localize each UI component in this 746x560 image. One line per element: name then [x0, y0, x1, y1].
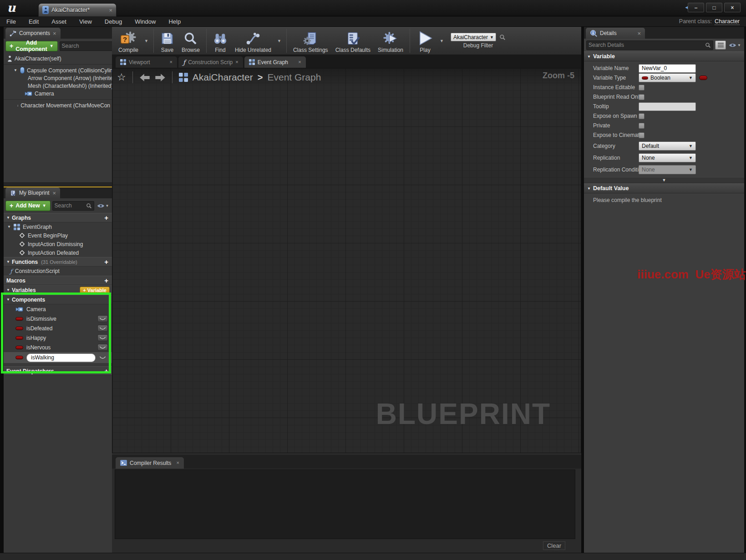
variables-components-category-header[interactable]: ▼ Components — [4, 295, 112, 304]
minimize-button[interactable]: – — [688, 3, 704, 12]
tree-item-mesh[interactable]: Mesh (CharacterMesh0) (Inherited) — [4, 82, 112, 90]
visibility-toggle-button[interactable] — [97, 344, 108, 351]
details-search-input[interactable] — [589, 42, 705, 48]
variable-name-input[interactable] — [639, 64, 696, 73]
menu-asset[interactable]: Asset — [45, 16, 73, 26]
tree-item-arrow[interactable]: Arrow Component (Arrow) (Inherite — [4, 74, 112, 82]
hide-unrelated-button[interactable]: Hide Unrelated — [231, 27, 275, 55]
event-graph-canvas[interactable]: ☆ AkaiCharacter > Event Graph Zoom -5 BL… — [112, 68, 581, 453]
compile-button[interactable]: Compile — [115, 27, 142, 55]
tab-close-icon[interactable]: × — [177, 460, 179, 465]
tree-item-capsule[interactable]: ▼ Capsule Component (CollisionCylind — [4, 66, 112, 74]
add-component-button[interactable]: + Add Component ▼ — [5, 41, 58, 51]
add-variable-button[interactable]: + Variable — [80, 287, 110, 294]
property-matrix-button[interactable] — [715, 40, 726, 50]
construction-script-item[interactable]: ƒ ConstructionScript — [4, 267, 112, 276]
replication-dropdown[interactable]: None ▼ — [639, 153, 696, 162]
variable-rename-input[interactable] — [26, 353, 96, 362]
tab-event-graph[interactable]: Event Graph × — [244, 56, 306, 68]
menu-help[interactable]: Help — [162, 16, 187, 26]
tab-compiler-results[interactable]: Compiler Results × — [116, 457, 184, 469]
add-graph-button[interactable]: + — [104, 214, 108, 221]
hide-unrelated-options-chevron-icon[interactable]: ▼ — [275, 39, 284, 43]
find-button[interactable]: Find — [209, 27, 231, 55]
expander-icon[interactable]: ▼ — [7, 225, 11, 229]
expose-to-cinematics-checkbox[interactable] — [639, 132, 645, 138]
private-checkbox[interactable] — [639, 123, 645, 129]
components-tab-close-icon[interactable]: × — [53, 30, 56, 36]
visibility-toggle-button[interactable] — [97, 325, 108, 332]
favorite-star-icon[interactable]: ☆ — [117, 71, 126, 83]
macros-section-header[interactable]: Macros + — [4, 276, 112, 285]
tab-close-icon[interactable]: × — [298, 60, 301, 65]
graphs-section-header[interactable]: ▼ Graphs + — [4, 213, 112, 222]
visibility-toggle-button[interactable] — [97, 315, 108, 322]
close-button[interactable]: × — [724, 3, 741, 12]
visibility-filter-button[interactable]: ▼ — [96, 203, 110, 208]
tab-close-icon[interactable]: × — [637, 30, 641, 36]
container-type-button[interactable] — [699, 76, 707, 80]
visibility-toggle-button[interactable] — [97, 334, 108, 341]
menu-debug[interactable]: Debug — [98, 16, 128, 26]
class-defaults-button[interactable]: Class Defaults — [332, 27, 374, 55]
event-beginplay-item[interactable]: Event BeginPlay — [4, 231, 112, 240]
debug-object-dropdown[interactable]: AkaiCharacter ▼ — [451, 33, 496, 41]
maximize-button[interactable]: □ — [706, 3, 722, 12]
functions-section-header[interactable]: ▼ Functions (31 Overridable) + — [4, 257, 112, 267]
tab-construction-script[interactable]: ƒ Construction Scrip × — [178, 56, 243, 68]
parent-class-value[interactable]: Character — [715, 18, 740, 25]
add-macro-button[interactable]: + — [104, 277, 108, 284]
forward-arrow-icon[interactable] — [155, 73, 166, 82]
advanced-expander[interactable]: ▼ — [584, 177, 744, 183]
menu-edit[interactable]: Edit — [22, 16, 45, 26]
back-arrow-icon[interactable] — [139, 73, 150, 82]
tree-item-self[interactable]: AkaiCharacter(self) — [4, 55, 112, 62]
details-view-options-button[interactable]: ▼ — [728, 43, 742, 48]
play-options-chevron-icon[interactable]: ▼ — [437, 39, 446, 43]
tab-close-icon[interactable]: × — [109, 7, 112, 13]
menu-window[interactable]: Window — [128, 16, 162, 26]
variable-ishappy[interactable]: isHappy — [4, 333, 112, 343]
tab-components[interactable]: Components × — [5, 28, 61, 39]
menu-view[interactable]: View — [73, 16, 98, 26]
default-value-section-header[interactable]: ▼ Default Value — [584, 183, 744, 193]
variable-camera[interactable]: Camera — [4, 304, 112, 314]
save-button[interactable]: Save — [157, 27, 178, 55]
tab-my-blueprint[interactable]: My Blueprint × — [5, 187, 60, 198]
panel-divider[interactable] — [4, 182, 112, 187]
my-blueprint-search-input[interactable] — [55, 202, 86, 209]
variable-section-header[interactable]: ▼ Variable — [584, 51, 744, 61]
tab-viewport[interactable]: Viewport × — [116, 56, 177, 68]
clear-button[interactable]: Clear — [543, 541, 565, 550]
asset-document-tab[interactable]: AkaiCharacter* × — [38, 3, 117, 16]
event-graph-item[interactable]: ▼ EventGraph — [4, 222, 112, 231]
expander-icon[interactable]: ▼ — [14, 68, 18, 72]
category-dropdown[interactable]: Default ▼ — [639, 141, 696, 151]
tree-item-character-movement[interactable]: Character Movement (CharMoveCon — [4, 101, 112, 109]
compile-options-chevron-icon[interactable]: ▼ — [142, 39, 151, 43]
tab-close-icon[interactable]: × — [235, 60, 238, 65]
breadcrumb-root[interactable]: AkaiCharacter — [193, 72, 253, 83]
add-new-button[interactable]: + Add New ▼ — [5, 201, 51, 211]
variables-section-header[interactable]: ▼ Variables + Variable — [4, 285, 112, 295]
variable-isdefeated[interactable]: isDefeated — [4, 323, 112, 333]
inputaction-dismissing-item[interactable]: InputAction Dismissing — [4, 240, 112, 248]
tooltip-input[interactable] — [639, 102, 696, 111]
menu-file[interactable]: File — [0, 16, 22, 26]
simulation-button[interactable]: Simulation — [374, 27, 407, 55]
add-event-dispatcher-button[interactable]: + — [104, 368, 108, 374]
inputaction-defeated-item[interactable]: InputAction Defeated — [4, 248, 112, 257]
variable-type-dropdown[interactable]: Boolean ▼ — [639, 73, 696, 82]
tab-close-icon[interactable]: × — [170, 60, 173, 65]
search-icon[interactable] — [499, 34, 506, 40]
variable-isdismissive[interactable]: isDismissive — [4, 314, 112, 323]
variable-isnervous[interactable]: isNervous — [4, 343, 112, 352]
instance-editable-checkbox[interactable] — [639, 85, 645, 91]
tree-item-camera[interactable]: Camera — [4, 90, 112, 97]
play-button[interactable]: Play — [413, 27, 437, 55]
tab-details[interactable]: Details × — [586, 28, 645, 39]
expose-on-spawn-checkbox[interactable] — [639, 113, 645, 119]
my-blueprint-tab-close-icon[interactable]: × — [52, 190, 56, 196]
blueprint-read-only-checkbox[interactable] — [639, 94, 645, 100]
browse-button[interactable]: Browse — [178, 27, 203, 55]
